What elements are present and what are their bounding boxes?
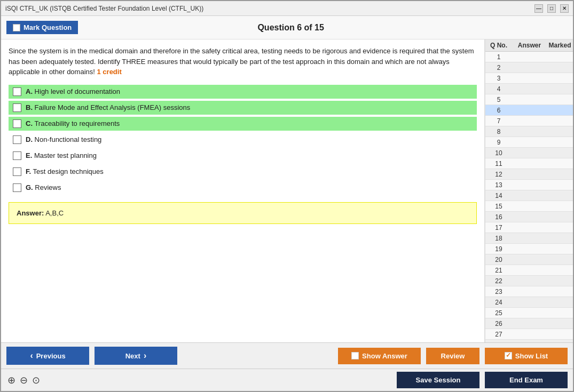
sidebar-row[interactable]: 20 [485,254,573,265]
sidebar-cell-qno: 16 [485,213,512,221]
sidebar-cell-qno: 7 [485,117,512,125]
option-text-f: F. Test design techniques [26,167,104,175]
sidebar-row[interactable]: 21 [485,265,573,276]
sidebar-row[interactable]: 18 [485,233,573,244]
option-checkbox-a[interactable] [13,87,21,96]
answer-box: Answer: A,B,C [9,202,477,224]
question-area: Since the system is in the medical domai… [1,39,485,342]
sidebar-row[interactable]: 24 [485,297,573,308]
answer-value: A,B,C [45,209,64,217]
window-title: iSQI CTFL_UK (ISTQB Certified Tester Fou… [5,5,203,12]
window-controls: — □ ✕ [534,4,569,13]
sidebar-row[interactable]: 27 [485,329,573,340]
sidebar-row[interactable]: 17 [485,222,573,233]
sidebar-cell-qno: 20 [485,256,512,263]
option-checkbox-c[interactable] [13,119,21,128]
sidebar-row[interactable]: 11 [485,158,573,169]
option-checkbox-e[interactable] [13,151,21,160]
end-exam-label: End Exam [509,376,543,384]
sidebar-scroll[interactable]: 1 2 3 4 5 6 7 8 [485,52,573,342]
review-button[interactable]: Review [426,348,479,364]
sidebar-row[interactable]: 13 [485,180,573,190]
option-text-b: B. Failure Mode and Effect Analysis (FME… [26,103,190,111]
options-list: A. High level of documentation B. Failur… [9,85,477,195]
sidebar-row[interactable]: 16 [485,212,573,222]
sidebar-row[interactable]: 7 [485,116,573,126]
sidebar-row[interactable]: 6 [485,105,573,116]
option-item-e[interactable]: E. Master test planning [9,149,477,163]
sidebar-row[interactable]: 8 [485,126,573,137]
sidebar-cell-qno: 8 [485,128,512,135]
minimize-button[interactable]: — [534,4,543,13]
sidebar-row[interactable]: 19 [485,244,573,254]
option-item-g[interactable]: G. Reviews [9,181,477,195]
sidebar-row[interactable]: 9 [485,137,573,148]
sidebar-row[interactable]: 12 [485,169,573,180]
sidebar-row[interactable]: 14 [485,190,573,201]
bottom-bar: Previous Next Show Answer Review Show Li… [1,342,573,391]
end-exam-button[interactable]: End Exam [485,372,568,388]
sidebar-header: Q No. Answer Marked [485,39,573,52]
option-text-a: A. High level of documentation [26,87,120,95]
option-item-c[interactable]: C. Traceability to requirements [9,117,477,131]
option-checkbox-d[interactable] [13,135,21,144]
sidebar-row[interactable]: 3 [485,73,573,84]
sidebar-row[interactable]: 15 [485,201,573,212]
option-item-d[interactable]: D. Non-functional testing [9,133,477,147]
sidebar-row[interactable]: 5 [485,94,573,105]
zoom-reset-button[interactable]: ⊙ [31,373,41,387]
zoom-controls: ⊕ ⊖ ⊙ [6,373,41,387]
show-answer-checkbox-icon [351,352,359,359]
save-session-button[interactable]: Save Session [397,372,479,388]
close-button[interactable]: ✕ [560,4,569,13]
sidebar-cell-qno: 9 [485,139,512,146]
option-checkbox-f[interactable] [13,167,21,176]
zoom-in-button[interactable]: ⊕ [6,373,17,387]
sidebar-cell-qno: 15 [485,203,512,210]
sidebar-cell-qno: 14 [485,192,512,199]
sidebar-header-qno: Q No. [485,39,512,51]
question-text: Since the system is in the medical domai… [9,46,477,77]
sidebar-row[interactable]: 23 [485,286,573,297]
sidebar-row[interactable]: 4 [485,84,573,94]
option-item-f[interactable]: F. Test design techniques [9,165,477,179]
show-list-label: Show List [515,352,548,360]
option-text-g: G. Reviews [26,183,61,191]
option-checkbox-b[interactable] [13,103,21,112]
zoom-out-button[interactable]: ⊖ [19,373,29,387]
show-list-checkbox-icon [505,352,512,359]
option-text-d: D. Non-functional testing [26,135,101,143]
sidebar-cell-qno: 22 [485,277,512,285]
sidebar-cell-qno: 3 [485,75,512,82]
option-text-e: E. Master test planning [26,151,97,159]
sidebar-row[interactable]: 25 [485,308,573,318]
question-title: Question 6 of 15 [257,23,324,33]
sidebar-row[interactable]: 26 [485,318,573,329]
answer-label: Answer: [17,209,44,217]
sidebar-row[interactable]: 2 [485,62,573,73]
mark-question-button[interactable]: Mark Question [6,21,78,34]
option-checkbox-g[interactable] [13,183,21,192]
sidebar-header-marked: Marked [547,39,573,51]
save-session-label: Save Session [416,376,461,384]
sidebar-row[interactable]: 22 [485,276,573,286]
maximize-button[interactable]: □ [547,4,556,13]
sidebar-cell-qno: 24 [485,299,512,306]
next-button[interactable]: Next [95,347,177,365]
mark-question-label: Mark Question [23,23,72,31]
app-window: iSQI CTFL_UK (ISTQB Certified Tester Fou… [0,0,574,392]
show-list-button[interactable]: Show List [485,348,568,364]
sidebar-row[interactable]: 1 [485,52,573,62]
sidebar-cell-qno: 23 [485,288,512,295]
chevron-left-icon [30,351,33,361]
sidebar-cell-qno: 27 [485,331,512,338]
option-item-a[interactable]: A. High level of documentation [9,85,477,99]
sidebar-cell-qno: 12 [485,171,512,178]
sidebar-row[interactable]: 10 [485,148,573,158]
previous-button[interactable]: Previous [6,347,89,365]
option-item-b[interactable]: B. Failure Mode and Effect Analysis (FME… [9,101,477,115]
show-answer-button[interactable]: Show Answer [338,348,421,364]
sidebar-cell-qno: 18 [485,235,512,242]
sidebar-cell-qno: 26 [485,320,512,327]
mark-checkbox-icon [13,24,20,31]
